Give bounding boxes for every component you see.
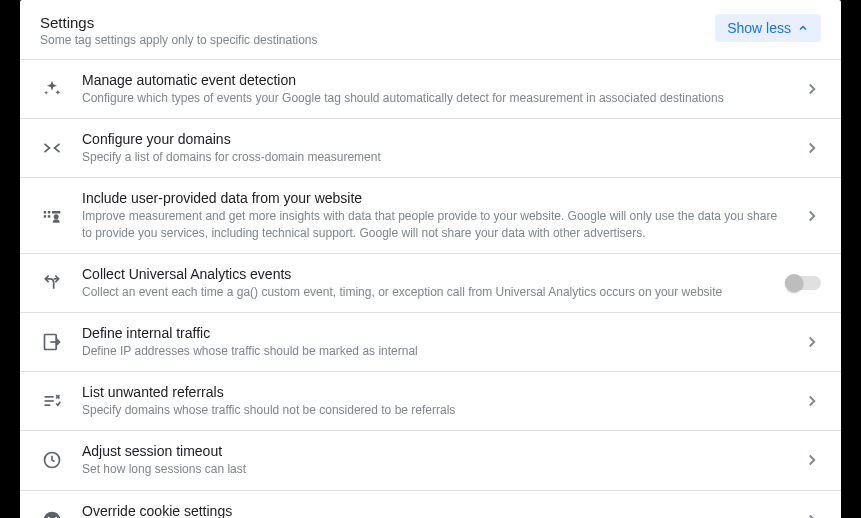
page-subtitle: Some tag settings apply only to specific… xyxy=(40,33,318,47)
chevron-right-icon xyxy=(799,392,825,410)
row-title: Collect Universal Analytics events xyxy=(82,266,777,282)
row-title: Override cookie settings xyxy=(82,503,789,519)
row-subtitle: Set how long sessions can last xyxy=(82,461,789,477)
toggle-switch-off[interactable] xyxy=(787,276,821,290)
split-arrows-icon xyxy=(32,273,72,293)
sparkle-icon xyxy=(32,79,72,99)
row-title: Manage automatic event detection xyxy=(82,72,789,88)
row-manage-automatic-event-detection[interactable]: Manage automatic event detection Configu… xyxy=(20,60,841,119)
row-title: Define internal traffic xyxy=(82,325,789,341)
show-less-button[interactable]: Show less xyxy=(715,14,821,42)
row-title: Configure your domains xyxy=(82,131,789,147)
chevron-right-icon xyxy=(799,511,825,518)
svg-rect-1 xyxy=(44,215,47,218)
row-text: Collect Universal Analytics events Colle… xyxy=(72,266,787,300)
row-subtitle: Configure which types of events your Goo… xyxy=(82,90,789,106)
row-subtitle: Collect an event each time a ga() custom… xyxy=(82,284,777,300)
chevron-right-icon xyxy=(799,139,825,157)
row-subtitle: Define IP addresses whose traffic should… xyxy=(82,343,789,359)
row-list-unwanted-referrals[interactable]: List unwanted referrals Specify domains … xyxy=(20,372,841,431)
row-subtitle: Specify domains whose traffic should not… xyxy=(82,402,789,418)
cookie-icon xyxy=(32,510,72,518)
row-title: Adjust session timeout xyxy=(82,443,789,459)
row-text: List unwanted referrals Specify domains … xyxy=(72,384,799,418)
row-title: Include user-provided data from your web… xyxy=(82,190,789,206)
chevron-right-icon xyxy=(799,207,825,225)
exit-to-app-icon xyxy=(32,332,72,352)
row-collect-universal-analytics-events[interactable]: Collect Universal Analytics events Colle… xyxy=(20,254,841,313)
checklist-remove-icon xyxy=(32,391,72,411)
svg-rect-3 xyxy=(48,215,51,218)
row-text: Manage automatic event detection Configu… xyxy=(72,72,799,106)
header-text: Settings Some tag settings apply only to… xyxy=(40,14,318,47)
arrows-merge-icon xyxy=(32,138,72,158)
svg-rect-2 xyxy=(48,211,51,214)
svg-rect-0 xyxy=(44,211,47,214)
row-text: Configure your domains Specify a list of… xyxy=(72,131,799,165)
chevron-right-icon xyxy=(799,451,825,469)
show-less-label: Show less xyxy=(727,20,791,36)
row-text: Adjust session timeout Set how long sess… xyxy=(72,443,799,477)
row-define-internal-traffic[interactable]: Define internal traffic Define IP addres… xyxy=(20,313,841,372)
row-text: Define internal traffic Define IP addres… xyxy=(72,325,799,359)
row-text: Include user-provided data from your web… xyxy=(72,190,799,240)
row-adjust-session-timeout[interactable]: Adjust session timeout Set how long sess… xyxy=(20,431,841,490)
row-override-cookie-settings[interactable]: Override cookie settings Change how long… xyxy=(20,491,841,519)
svg-rect-4 xyxy=(52,211,60,214)
row-text: Override cookie settings Change how long… xyxy=(72,503,799,519)
row-title: List unwanted referrals xyxy=(82,384,789,400)
svg-point-5 xyxy=(54,214,59,219)
row-configure-your-domains[interactable]: Configure your domains Specify a list of… xyxy=(20,119,841,178)
row-include-user-provided-data[interactable]: Include user-provided data from your web… xyxy=(20,178,841,253)
row-subtitle: Specify a list of domains for cross-doma… xyxy=(82,149,789,165)
chevron-up-icon xyxy=(797,22,809,34)
panel-header: Settings Some tag settings apply only to… xyxy=(20,0,841,60)
data-form-icon xyxy=(32,206,72,226)
page-title: Settings xyxy=(40,14,318,31)
chevron-right-icon xyxy=(799,333,825,351)
settings-panel: Settings Some tag settings apply only to… xyxy=(20,0,841,518)
chevron-right-icon xyxy=(799,80,825,98)
clock-icon xyxy=(32,450,72,470)
row-subtitle: Improve measurement and get more insight… xyxy=(82,208,789,240)
